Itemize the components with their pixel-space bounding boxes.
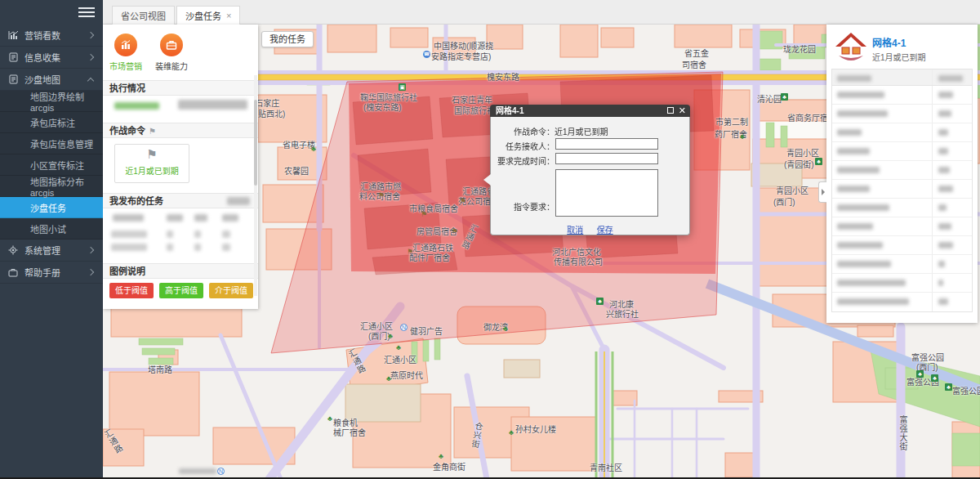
hamburger-menu-icon[interactable]: [78, 7, 95, 17]
receiver-input[interactable]: [555, 138, 658, 150]
column-divider: [932, 274, 933, 292]
sidebar-group-label: 营销看数: [24, 29, 88, 42]
maximize-icon[interactable]: [667, 107, 674, 114]
dialog-title-bar[interactable]: 网格4-1 ✕: [490, 105, 690, 117]
grid-dialog: 网格4-1 ✕ 作战命令： 近1月或已到期 任务接收人： 要求完成时间： 指令要…: [490, 105, 690, 235]
grid-metrics-table: [831, 69, 973, 312]
sidebar-sub-item-7[interactable]: 地图小试: [0, 218, 103, 239]
dialog-title: 网格4-1: [496, 106, 523, 115]
cell-blur: [837, 129, 862, 136]
grid-table-row: [832, 161, 972, 180]
execution-status-blur: [114, 102, 159, 110]
header-cell-blur: [938, 75, 963, 82]
sidebar-group-5[interactable]: 帮助手册: [0, 262, 103, 284]
cell-blur: [938, 92, 953, 98]
chevron-right-icon: [87, 269, 94, 275]
command-label: 作战命令：: [491, 123, 555, 137]
column-divider: [932, 255, 933, 273]
cell-blur: [938, 186, 953, 192]
command-card-label: 近1月或已到期: [115, 164, 189, 177]
cell-blur: [837, 92, 884, 98]
cell-blur: [837, 204, 889, 211]
sidebar-group-3[interactable]: 沙盘地图: [0, 69, 103, 91]
app-window: 我的任务 中国移动(顺源挠安路指定专营店)槐安东路珑龙花园省五金司宿舍鞠华国际旅…: [0, 0, 980, 479]
sidebar-group-2[interactable]: 信息收集: [0, 47, 103, 69]
column-divider: [932, 142, 933, 160]
sidebar-sub-item-5[interactable]: 地图指标分布arcgis: [0, 176, 103, 197]
legend-button-1[interactable]: 低于阀值: [109, 283, 154, 298]
toolbox-circle-icon: [160, 34, 183, 56]
published-cell-blur: [111, 244, 147, 251]
cancel-button[interactable]: 取消: [567, 226, 583, 235]
cell-blur: [938, 280, 943, 286]
flag-icon: ⚑: [115, 145, 189, 164]
cell-blur: [837, 223, 873, 230]
published-cell-blur: [167, 231, 173, 238]
grid-table-row: [832, 217, 972, 236]
sidebar-group-4[interactable]: 系统管理: [0, 239, 103, 262]
cell-blur: [938, 167, 950, 173]
cell-blur: [938, 261, 945, 267]
deadline-label: 要求完成时间：: [491, 153, 555, 167]
requirement-label: 指令要求：: [491, 169, 555, 217]
grid-table-row: [832, 142, 972, 161]
sidebar-header: [0, 0, 103, 25]
doc-icon: [7, 74, 19, 84]
cell-blur: [938, 298, 948, 305]
panel-collapse-handle[interactable]: [818, 181, 826, 203]
legend-button-3[interactable]: 介于阀值: [209, 283, 253, 298]
column-divider: [932, 123, 933, 141]
deadline-input[interactable]: [555, 153, 658, 164]
section-header-command: 作战命令⚑: [103, 123, 258, 138]
my-tasks-button[interactable]: 我的任务: [261, 31, 314, 47]
published-cell-blur: [222, 244, 230, 251]
grid-table-row: [832, 123, 972, 142]
sidebar-group-label: 信息收集: [24, 51, 88, 64]
grid-table-row: [832, 293, 972, 311]
header-cell-blur: [837, 75, 871, 82]
published-cell-blur: [194, 214, 207, 222]
chart-circle-icon: [114, 34, 137, 56]
section-header-legend: 图例说明: [103, 263, 258, 279]
panel-scrollbar[interactable]: [254, 75, 257, 296]
save-button[interactable]: 保存: [597, 226, 613, 235]
published-cell-blur: [194, 231, 201, 238]
sidebar-sub-item-2[interactable]: 承包店标注: [0, 112, 103, 133]
tool-label: 装维能力: [149, 60, 194, 72]
dialog-body: 作战命令： 近1月或已到期 任务接收人： 要求完成时间： 指令要求： 取消 保存: [490, 117, 690, 235]
published-cell-blur: [167, 214, 183, 222]
tool-1[interactable]: 市场营销: [103, 34, 149, 72]
grid-table-header: [832, 69, 972, 86]
tool-2[interactable]: 装维能力: [149, 34, 194, 72]
command-card[interactable]: ⚑ 近1月或已到期: [114, 144, 189, 183]
cell-blur: [837, 261, 891, 267]
briefcase-icon: [7, 267, 19, 277]
tab-2[interactable]: 沙盘任务×: [176, 6, 240, 25]
doc-icon: [7, 52, 19, 62]
requirement-textarea[interactable]: [555, 169, 658, 217]
cell-blur: [837, 186, 870, 192]
sidebar-sub-item-3[interactable]: 承包店信息管理: [0, 133, 103, 154]
legend-button-2[interactable]: 高于阀值: [159, 283, 203, 298]
published-cell-blur: [222, 214, 238, 222]
published-cell-blur: [222, 231, 230, 238]
grid-title-link[interactable]: 网格4-1: [872, 35, 906, 49]
cell-blur: [837, 242, 883, 248]
more-link-blur[interactable]: [227, 197, 250, 205]
published-cell-blur: [113, 214, 144, 222]
grid-table-row: [832, 274, 972, 293]
sidebar-sub-item-6[interactable]: 沙盘任务: [0, 197, 103, 218]
sidebar-group-1[interactable]: 营销看数: [0, 25, 103, 47]
grid-subtitle: 近1月或已到期: [872, 51, 926, 63]
sidebar-sub-item-1[interactable]: 地图边界绘制arcgis: [0, 91, 103, 112]
tab-label: 沙盘任务: [185, 9, 221, 22]
close-icon[interactable]: ✕: [679, 105, 686, 117]
sidebar-group-label: 帮助手册: [24, 266, 88, 279]
chevron-up-icon: [87, 77, 94, 83]
published-cell-blur: [111, 231, 147, 238]
column-divider: [932, 180, 933, 198]
tab-1[interactable]: 省公司视图: [112, 6, 175, 25]
tab-close-icon[interactable]: ×: [226, 11, 231, 20]
chart-icon: [7, 30, 19, 40]
sidebar-sub-item-4[interactable]: 小区宣传标注: [0, 154, 103, 176]
